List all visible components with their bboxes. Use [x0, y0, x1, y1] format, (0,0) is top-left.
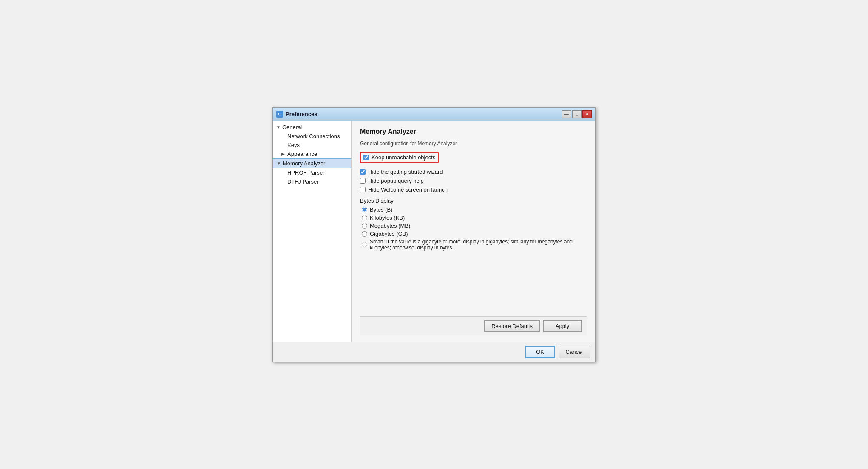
megabytes-radio-label: Megabytes (MB): [370, 223, 410, 229]
sidebar-label-keys: Keys: [287, 142, 300, 148]
gigabytes-radio[interactable]: [362, 231, 367, 237]
close-button[interactable]: ✕: [582, 110, 592, 118]
bytes-display-group: Bytes (B) Kilobytes (KB) Megabytes (MB) …: [362, 206, 587, 251]
hide-getting-started-row: Hide the getting started wizard: [360, 167, 587, 176]
bytes-radio-row: Bytes (B): [362, 206, 587, 214]
keep-unreachable-label: Keep unreachable objects: [372, 154, 435, 161]
window-title: Preferences: [286, 111, 317, 117]
ok-button[interactable]: OK: [525, 346, 555, 358]
keep-unreachable-row: Keep unreachable objects: [360, 152, 439, 163]
bytes-display-label: Bytes Display: [360, 198, 587, 204]
bytes-radio-label: Bytes (B): [370, 206, 392, 213]
sidebar-item-dtfj-parser[interactable]: DTFJ Parser: [273, 177, 351, 186]
gigabytes-radio-label: Gigabytes (GB): [370, 231, 408, 237]
keep-unreachable-checkbox[interactable]: [363, 155, 369, 160]
panel-title: Memory Analyzer: [360, 128, 587, 136]
dialog-footer: OK Cancel: [273, 342, 595, 362]
panel-bottom-buttons: Restore Defaults Apply: [360, 316, 587, 335]
arrow-general: ▼: [276, 125, 281, 130]
window-icon: ⚙: [276, 111, 283, 118]
arrow-appearance: ▶: [281, 152, 286, 156]
sidebar-item-keys[interactable]: Keys: [273, 141, 351, 150]
preferences-window: ⚙ Preferences — □ ✕ ▼ General Network Co…: [272, 107, 596, 362]
hide-popup-query-row: Hide popup query help: [360, 176, 587, 185]
megabytes-radio-row: Megabytes (MB): [362, 222, 587, 230]
smart-radio-label: Smart: If the value is a gigabyte or mor…: [370, 239, 587, 251]
title-bar: ⚙ Preferences — □ ✕: [273, 108, 595, 121]
minimize-button[interactable]: —: [562, 110, 571, 118]
hide-welcome-row: Hide Welcome screen on launch: [360, 185, 587, 194]
bytes-radio[interactable]: [362, 207, 367, 212]
megabytes-radio[interactable]: [362, 223, 367, 229]
sidebar-label-memory-analyzer: Memory Analyzer: [283, 160, 325, 167]
apply-button[interactable]: Apply: [543, 320, 582, 332]
sidebar-item-hprof-parser[interactable]: HPROF Parser: [273, 168, 351, 177]
sidebar-item-appearance[interactable]: ▶ Appearance: [273, 150, 351, 158]
sidebar-item-network-connections[interactable]: Network Connections: [273, 132, 351, 141]
sidebar-item-general[interactable]: ▼ General: [273, 123, 351, 132]
arrow-memory-analyzer: ▼: [277, 161, 282, 166]
gigabytes-radio-row: Gigabytes (GB): [362, 230, 587, 238]
restore-defaults-button[interactable]: Restore Defaults: [484, 320, 540, 332]
hide-getting-started-label: Hide the getting started wizard: [368, 169, 443, 175]
sidebar-label-hprof: HPROF Parser: [287, 170, 324, 176]
cancel-button[interactable]: Cancel: [559, 346, 590, 358]
maximize-button[interactable]: □: [572, 110, 582, 118]
sidebar-label-appearance: Appearance: [287, 151, 317, 157]
sidebar-label-dtfj: DTFJ Parser: [287, 178, 319, 185]
title-bar-left: ⚙ Preferences: [276, 111, 317, 118]
hide-popup-query-checkbox[interactable]: [360, 178, 366, 184]
hide-welcome-checkbox[interactable]: [360, 187, 366, 192]
content-area: ▼ General Network Connections Keys ▶ App…: [273, 121, 595, 342]
sidebar-label-general: General: [282, 124, 302, 130]
main-panel: Memory Analyzer General configuration fo…: [352, 121, 595, 342]
kilobytes-radio[interactable]: [362, 215, 367, 220]
hide-welcome-label: Hide Welcome screen on launch: [368, 186, 448, 193]
hide-popup-query-label: Hide popup query help: [368, 178, 424, 184]
hide-getting-started-checkbox[interactable]: [360, 169, 366, 175]
kilobytes-radio-label: Kilobytes (KB): [370, 215, 405, 221]
kilobytes-radio-row: Kilobytes (KB): [362, 214, 587, 222]
smart-radio-row: Smart: If the value is a gigabyte or mor…: [362, 238, 587, 251]
sidebar-label-network: Network Connections: [287, 133, 340, 139]
sidebar: ▼ General Network Connections Keys ▶ App…: [273, 121, 352, 342]
sidebar-item-memory-analyzer[interactable]: ▼ Memory Analyzer: [273, 158, 351, 168]
smart-radio[interactable]: [362, 242, 367, 247]
panel-subtitle: General configuration for Memory Analyze…: [360, 141, 587, 147]
title-bar-controls: — □ ✕: [562, 110, 592, 118]
